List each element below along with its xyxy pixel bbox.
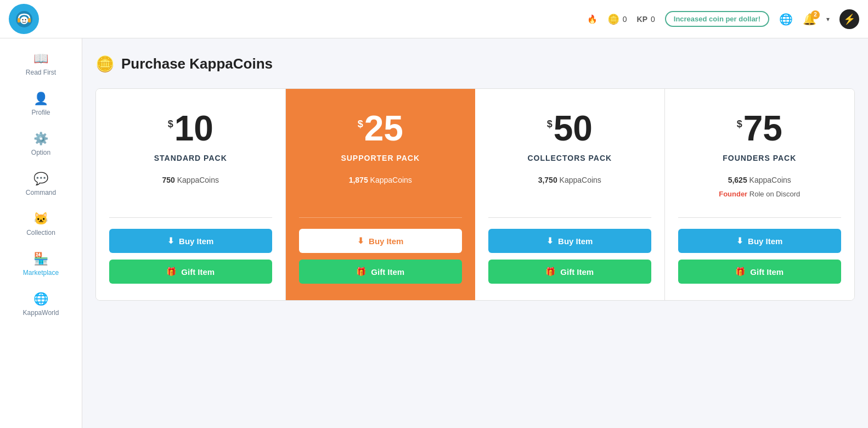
kp-count: 0 xyxy=(651,15,655,24)
kappaworld-icon: 🌐 xyxy=(33,292,48,306)
price-block-standard: $ 10 xyxy=(168,111,213,146)
divider-collectors xyxy=(488,217,651,218)
gift-icon-collectors: 🎁 xyxy=(545,267,556,277)
navbar-right: 🔥 🪙 0 KP 0 Increased coin per dollar! 🌐 … xyxy=(587,9,859,29)
card-collectors: $ 50 COLLECTORS PACK 3,750 KappaCoins ⬇ … xyxy=(475,89,665,300)
price-block-collectors: $ 50 xyxy=(547,111,593,146)
card-supporter: $ 25 SUPPORTER PACK 1,875 KappaCoins ⬇ B… xyxy=(286,89,476,300)
gift-button-collectors[interactable]: 🎁 Gift Item xyxy=(488,260,651,284)
sidebar-item-read-first[interactable]: 📖 Read First xyxy=(0,44,82,84)
fire-icon: 🔥 xyxy=(587,14,598,24)
notification-badge: 2 xyxy=(811,10,820,19)
price-block-founders: $ 75 xyxy=(737,111,782,146)
collection-icon: 🐱 xyxy=(33,212,48,226)
bonus-text-founders: Founder Role on Discord xyxy=(719,190,800,198)
gift-button-founders[interactable]: 🎁 Gift Item xyxy=(678,260,842,284)
pricing-cards-grid: $ 10 STANDARD PACK 750 KappaCoins ⬇ Buy … xyxy=(95,88,855,301)
coins-block-founders: 5,625 KappaCoins Founder Role on Discord xyxy=(678,176,842,206)
price-num-standard: 10 xyxy=(174,111,213,146)
language-button[interactable]: 🌐 xyxy=(779,13,793,26)
coins-amount-supporter: 1,875 KappaCoins xyxy=(349,176,412,184)
user-avatar[interactable]: ⚡ xyxy=(839,9,859,29)
gift-icon-standard: 🎁 xyxy=(166,267,177,277)
buy-icon-founders: ⬇ xyxy=(736,236,743,246)
lightning-icon: ⚡ xyxy=(843,13,855,25)
gift-icon-founders: 🎁 xyxy=(735,267,746,277)
card-founders: $ 75 FOUNDERS PACK 5,625 KappaCoins Foun… xyxy=(665,89,855,300)
coin-icon: 🪙 xyxy=(607,13,619,25)
svg-point-5 xyxy=(22,19,23,20)
notifications-bell[interactable]: 🔔 2 xyxy=(803,13,816,26)
divider-founders xyxy=(678,217,842,218)
sidebar-label-profile: Profile xyxy=(31,109,50,116)
sidebar-label-collection: Collection xyxy=(26,229,55,236)
page-header: 🪙 Purchase KappaCoins xyxy=(95,55,855,73)
buy-button-collectors[interactable]: ⬇ Buy Item xyxy=(488,229,651,253)
buy-icon-collectors: ⬇ xyxy=(546,236,554,246)
divider-supporter xyxy=(299,217,463,218)
sidebar-item-option[interactable]: ⚙️ Option xyxy=(0,124,82,164)
founder-label: Founder xyxy=(719,190,747,198)
coins-block-standard: 750 KappaCoins xyxy=(109,176,272,206)
profile-icon: 👤 xyxy=(33,92,48,106)
buy-button-supporter[interactable]: ⬇ Buy Item xyxy=(299,229,463,253)
pack-name-collectors: COLLECTORS PACK xyxy=(527,154,612,162)
sidebar-label-kappaworld: KappaWorld xyxy=(23,309,59,317)
price-sup-standard: $ xyxy=(168,119,173,130)
coins-block-collectors: 3,750 KappaCoins xyxy=(488,176,651,206)
bell-chevron[interactable]: ▾ xyxy=(826,15,830,23)
fire-button[interactable]: 🔥 xyxy=(587,14,598,24)
page-title: Purchase KappaCoins xyxy=(121,55,273,72)
main-layout: 📖 Read First 👤 Profile ⚙️ Option 💬 Comma… xyxy=(0,38,868,428)
marketplace-icon: 🏪 xyxy=(33,252,48,266)
sidebar-item-profile[interactable]: 👤 Profile xyxy=(0,84,82,124)
svg-rect-2 xyxy=(18,18,20,22)
kp-display: KP 0 xyxy=(637,15,655,24)
pack-name-supporter: SUPPORTER PACK xyxy=(341,154,420,162)
sidebar-item-command[interactable]: 💬 Command xyxy=(0,164,82,204)
price-sup-founders: $ xyxy=(737,119,742,130)
command-icon: 💬 xyxy=(33,172,48,186)
buy-icon-supporter: ⬇ xyxy=(357,236,364,246)
coins-block-supporter: 1,875 KappaCoins xyxy=(299,176,463,206)
sidebar-label-command: Command xyxy=(26,189,56,196)
coins-amount-founders: 5,625 KappaCoins xyxy=(728,176,791,184)
coins-amount-standard: 750 KappaCoins xyxy=(162,176,219,184)
gift-icon-supporter: 🎁 xyxy=(356,267,367,277)
gift-button-standard[interactable]: 🎁 Gift Item xyxy=(109,260,272,284)
coin-count: 0 xyxy=(623,15,627,24)
divider-standard xyxy=(109,217,272,218)
buy-button-standard[interactable]: ⬇ Buy Item xyxy=(109,229,272,253)
main-content: 🪙 Purchase KappaCoins $ 10 STANDARD PACK… xyxy=(82,38,868,428)
sidebar: 📖 Read First 👤 Profile ⚙️ Option 💬 Comma… xyxy=(0,38,82,428)
pack-name-founders: FOUNDERS PACK xyxy=(723,154,796,162)
sidebar-label-read-first: Read First xyxy=(26,69,56,76)
sidebar-label-marketplace: Marketplace xyxy=(23,269,59,277)
sidebar-item-marketplace[interactable]: 🏪 Marketplace xyxy=(0,244,82,284)
sidebar-item-kappaworld[interactable]: 🌐 KappaWorld xyxy=(0,284,82,324)
kp-label: KP xyxy=(637,15,647,24)
gift-button-supporter[interactable]: 🎁 Gift Item xyxy=(299,260,463,284)
buy-icon-standard: ⬇ xyxy=(167,236,174,246)
price-num-collectors: 50 xyxy=(554,111,593,146)
price-sup-supporter: $ xyxy=(358,119,363,130)
navbar: 🔥 🪙 0 KP 0 Increased coin per dollar! 🌐 … xyxy=(0,0,868,38)
coin-display: 🪙 0 xyxy=(607,13,627,25)
sidebar-label-option: Option xyxy=(31,149,50,156)
coins-amount-collectors: 3,750 KappaCoins xyxy=(538,176,601,184)
page-header-icon: 🪙 xyxy=(95,55,115,73)
promo-button[interactable]: Increased coin per dollar! xyxy=(665,11,769,27)
role-text: Role on Discord xyxy=(747,190,800,198)
svg-point-4 xyxy=(20,16,28,24)
read-first-icon: 📖 xyxy=(33,52,48,66)
buy-button-founders[interactable]: ⬇ Buy Item xyxy=(678,229,842,253)
price-block-supporter: $ 25 xyxy=(358,111,403,146)
price-num-founders: 75 xyxy=(743,111,782,146)
sidebar-item-collection[interactable]: 🐱 Collection xyxy=(0,204,82,244)
svg-rect-3 xyxy=(28,18,31,22)
logo[interactable] xyxy=(9,4,39,34)
price-sup-collectors: $ xyxy=(547,119,553,130)
pack-name-standard: STANDARD PACK xyxy=(154,154,227,162)
option-icon: ⚙️ xyxy=(33,132,48,146)
card-standard: $ 10 STANDARD PACK 750 KappaCoins ⬇ Buy … xyxy=(96,89,286,300)
